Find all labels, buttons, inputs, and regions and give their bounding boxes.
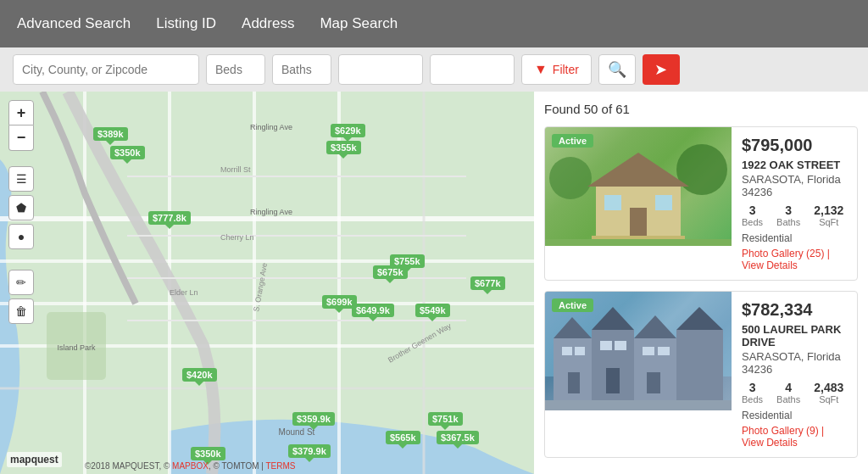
stat-sqft: 2,132 SqFt [814, 204, 843, 227]
gallery-link[interactable]: Photo Gallery (9) [742, 425, 819, 437]
header-nav: Advanced Search Listing ID Address Map S… [0, 0, 868, 47]
price-marker[interactable]: $549k [415, 304, 450, 317]
main-content: Island Park Ringling Ave Ringling Ave Mo… [0, 92, 868, 474]
dot-button[interactable]: ● [8, 224, 34, 249]
listing-links: Photo Gallery (25) | View Details [742, 248, 847, 271]
svg-rect-46 [658, 347, 670, 355]
edit-icon: ✏ [16, 276, 26, 289]
filter-button[interactable]: ▼ Filter [521, 54, 592, 85]
nav-address[interactable]: Address [242, 15, 294, 32]
svg-point-22 [549, 157, 592, 199]
mapbox-link[interactable]: MAPBOX [172, 461, 209, 471]
price-marker[interactable]: $379.9k [288, 444, 331, 458]
active-badge: Active [552, 298, 593, 312]
map-area[interactable]: Island Park Ringling Ave Ringling Ave Mo… [0, 92, 534, 474]
sqft-label: SqFt [814, 217, 843, 227]
svg-text:Elder Ln: Elder Ln [170, 288, 198, 297]
svg-point-23 [676, 144, 727, 195]
listing-price: $782,334 [742, 300, 847, 320]
polygon-button[interactable]: ⬟ [8, 195, 34, 220]
gallery-link[interactable]: Photo Gallery (25) [742, 248, 824, 259]
svg-rect-50 [545, 400, 732, 410]
price-marker[interactable]: $751k [428, 412, 463, 426]
price-marker[interactable]: $350k [110, 146, 145, 159]
price-marker[interactable]: $677k [470, 276, 505, 290]
filter-icon: ▼ [534, 62, 548, 77]
results-panel: Found 50 of 61 [534, 92, 868, 474]
nav-advanced-search[interactable]: Advanced Search [17, 15, 131, 32]
edit-button[interactable]: ✏ [8, 270, 34, 295]
svg-text:Ringling Ave: Ringling Ave [250, 123, 292, 131]
search-bar: 200000 800000 ▼ Filter 🔍 ➤ [0, 47, 868, 92]
beds-value: 3 [742, 381, 763, 394]
svg-rect-48 [606, 368, 620, 393]
price-marker[interactable]: $355k [326, 141, 361, 154]
svg-text:Island Park: Island Park [57, 343, 96, 352]
baths-value: 3 [776, 204, 800, 217]
listing-address: 1922 OAK STREET [742, 159, 847, 171]
terms-link[interactable]: TERMS [265, 461, 295, 471]
map-attribution: ©2018 MAPQUEST, © MAPBOX, © TOMTOM | TER… [85, 461, 295, 471]
locate-icon: ➤ [654, 60, 667, 79]
price-max-input[interactable]: 800000 [430, 54, 515, 85]
view-details-link[interactable]: View Details [742, 437, 798, 449]
price-marker[interactable]: $367.5k [437, 431, 479, 444]
view-details-link[interactable]: View Details [742, 259, 798, 271]
listing-card: Active $782,334 500 LAUREL PARK DRIVE SA… [544, 291, 858, 458]
search-button[interactable]: 🔍 [598, 54, 636, 85]
price-marker[interactable]: $420k [182, 368, 217, 382]
sqft-value: 2,132 [814, 204, 843, 217]
listing-links: Photo Gallery (9) | View Details [742, 425, 847, 449]
beds-value: 3 [742, 204, 763, 217]
nav-map-search[interactable]: Map Search [320, 15, 398, 32]
city-input[interactable] [13, 54, 199, 85]
beds-label: Beds [742, 217, 763, 227]
beds-label: Beds [742, 394, 763, 404]
stat-beds: 3 Beds [742, 204, 763, 227]
price-marker[interactable]: $777.8k [148, 211, 191, 225]
beds-input[interactable] [206, 54, 265, 85]
svg-text:Ringling Ave: Ringling Ave [250, 208, 292, 216]
svg-rect-49 [647, 372, 660, 393]
price-marker[interactable]: $565k [386, 431, 420, 444]
listing-card: Active $795,000 1922 OAK STREET SARASOTA… [544, 126, 858, 281]
sqft-value: 2,483 [814, 381, 843, 394]
price-marker[interactable]: $359.9k [292, 412, 335, 426]
listing-type: Residential [742, 232, 847, 244]
results-count: Found 50 of 61 [544, 102, 858, 116]
listing-info: $782,334 500 LAUREL PARK DRIVE SARASOTA,… [732, 292, 857, 457]
mapquest-logo: mapquest [7, 452, 62, 467]
price-marker[interactable]: $649.9k [352, 304, 394, 317]
locate-button[interactable]: ➤ [643, 54, 680, 85]
nav-listing-id[interactable]: Listing ID [156, 15, 216, 32]
listing-info: $795,000 1922 OAK STREET SARASOTA, Flori… [732, 127, 857, 280]
zoom-in-button[interactable]: + [8, 100, 34, 125]
baths-label: Baths [776, 217, 800, 227]
baths-label: Baths [776, 394, 800, 404]
zoom-out-button[interactable]: − [8, 125, 34, 151]
active-badge: Active [552, 134, 593, 148]
trash-button[interactable]: 🗑 [8, 298, 34, 324]
price-marker[interactable]: $629k [331, 124, 365, 137]
baths-value: 4 [776, 381, 800, 394]
svg-rect-27 [604, 195, 621, 210]
stat-sqft: 2,483 SqFt [814, 381, 843, 404]
svg-rect-43 [600, 341, 612, 350]
price-marker[interactable]: $389k [93, 127, 128, 141]
price-marker[interactable]: $755k [390, 254, 425, 268]
layers-button[interactable]: ☰ [8, 166, 34, 192]
trash-icon: 🗑 [15, 304, 27, 318]
svg-rect-44 [615, 341, 626, 350]
stat-beds: 3 Beds [742, 381, 763, 404]
map-tools: ☰ ⬟ ● [8, 166, 34, 253]
svg-rect-30 [545, 239, 732, 246]
baths-input[interactable] [272, 54, 331, 85]
filter-label: Filter [553, 63, 579, 76]
price-min-input[interactable]: 200000 [338, 54, 423, 85]
price-marker[interactable]: $350k [191, 447, 225, 460]
svg-rect-41 [562, 347, 572, 355]
search-icon: 🔍 [608, 60, 626, 79]
listing-address: 500 LAUREL PARK DRIVE [742, 323, 847, 349]
sqft-label: SqFt [814, 394, 843, 404]
map-edit-tools: ✏ 🗑 [8, 270, 34, 327]
